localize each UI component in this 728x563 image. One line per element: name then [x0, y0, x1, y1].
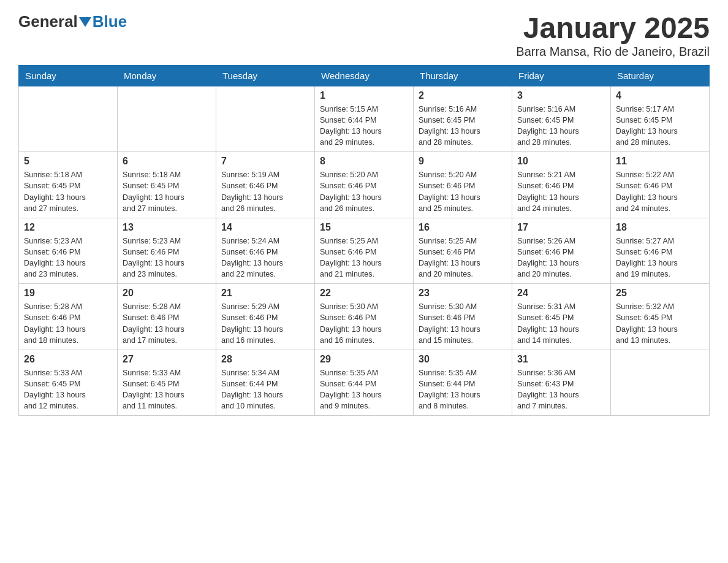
day-info: Sunrise: 5:28 AMSunset: 6:46 PMDaylight:… — [123, 301, 211, 346]
day-info: Sunrise: 5:35 AMSunset: 6:44 PMDaylight:… — [320, 367, 408, 412]
table-row: 11Sunrise: 5:22 AMSunset: 6:46 PMDayligh… — [611, 152, 710, 218]
table-row: 18Sunrise: 5:27 AMSunset: 6:46 PMDayligh… — [611, 218, 710, 284]
day-number: 23 — [419, 288, 507, 299]
day-number: 7 — [221, 156, 309, 167]
logo-triangle-icon — [79, 17, 91, 27]
day-number: 13 — [123, 222, 211, 233]
day-info: Sunrise: 5:18 AMSunset: 6:45 PMDaylight:… — [24, 169, 112, 214]
day-info: Sunrise: 5:20 AMSunset: 6:46 PMDaylight:… — [419, 169, 507, 214]
table-row — [118, 86, 216, 152]
day-number: 16 — [419, 222, 507, 233]
location-title: Barra Mansa, Rio de Janeiro, Brazil — [516, 45, 710, 59]
table-row: 8Sunrise: 5:20 AMSunset: 6:46 PMDaylight… — [315, 152, 414, 218]
day-number: 9 — [419, 156, 507, 167]
day-info: Sunrise: 5:24 AMSunset: 6:46 PMDaylight:… — [221, 236, 309, 280]
table-row — [611, 350, 710, 416]
day-number: 2 — [419, 90, 507, 101]
day-number: 8 — [320, 156, 408, 167]
day-number: 3 — [517, 90, 605, 101]
table-row: 9Sunrise: 5:20 AMSunset: 6:46 PMDaylight… — [414, 152, 512, 218]
header-tuesday: Tuesday — [216, 65, 315, 86]
day-number: 12 — [24, 222, 112, 233]
day-info: Sunrise: 5:22 AMSunset: 6:46 PMDaylight:… — [616, 169, 704, 214]
table-row: 12Sunrise: 5:23 AMSunset: 6:46 PMDayligh… — [19, 218, 118, 284]
table-row: 5Sunrise: 5:18 AMSunset: 6:45 PMDaylight… — [19, 152, 118, 218]
day-info: Sunrise: 5:30 AMSunset: 6:46 PMDaylight:… — [419, 301, 507, 346]
table-row: 22Sunrise: 5:30 AMSunset: 6:46 PMDayligh… — [315, 284, 414, 350]
table-row: 10Sunrise: 5:21 AMSunset: 6:46 PMDayligh… — [512, 152, 611, 218]
day-info: Sunrise: 5:26 AMSunset: 6:46 PMDaylight:… — [517, 236, 605, 280]
day-info: Sunrise: 5:33 AMSunset: 6:45 PMDaylight:… — [123, 367, 211, 412]
day-number: 1 — [320, 90, 408, 101]
logo-general-text: General — [18, 12, 78, 31]
month-title: January 2025 — [516, 12, 710, 45]
day-info: Sunrise: 5:34 AMSunset: 6:44 PMDaylight:… — [221, 367, 309, 412]
table-row: 6Sunrise: 5:18 AMSunset: 6:45 PMDaylight… — [118, 152, 216, 218]
table-row — [19, 86, 118, 152]
table-row: 30Sunrise: 5:35 AMSunset: 6:44 PMDayligh… — [414, 350, 512, 416]
day-info: Sunrise: 5:29 AMSunset: 6:46 PMDaylight:… — [221, 301, 309, 346]
day-info: Sunrise: 5:17 AMSunset: 6:45 PMDaylight:… — [616, 104, 704, 148]
calendar-week-row: 26Sunrise: 5:33 AMSunset: 6:45 PMDayligh… — [19, 350, 710, 416]
day-number: 18 — [616, 222, 704, 233]
logo-blue-text: Blue — [93, 12, 127, 31]
day-number: 30 — [419, 354, 507, 365]
day-number: 6 — [123, 156, 211, 167]
calendar-table: Sunday Monday Tuesday Wednesday Thursday… — [18, 65, 710, 416]
header-saturday: Saturday — [611, 65, 710, 86]
day-number: 28 — [221, 354, 309, 365]
table-row — [216, 86, 315, 152]
table-row: 28Sunrise: 5:34 AMSunset: 6:44 PMDayligh… — [216, 350, 315, 416]
table-row: 23Sunrise: 5:30 AMSunset: 6:46 PMDayligh… — [414, 284, 512, 350]
table-row: 24Sunrise: 5:31 AMSunset: 6:45 PMDayligh… — [512, 284, 611, 350]
day-number: 27 — [123, 354, 211, 365]
day-info: Sunrise: 5:36 AMSunset: 6:43 PMDaylight:… — [517, 367, 605, 412]
day-number: 19 — [24, 288, 112, 299]
title-area: January 2025 Barra Mansa, Rio de Janeiro… — [516, 12, 710, 59]
day-number: 26 — [24, 354, 112, 365]
table-row: 27Sunrise: 5:33 AMSunset: 6:45 PMDayligh… — [118, 350, 216, 416]
calendar-week-row: 1Sunrise: 5:15 AMSunset: 6:44 PMDaylight… — [19, 86, 710, 152]
table-row: 1Sunrise: 5:15 AMSunset: 6:44 PMDaylight… — [315, 86, 414, 152]
header-friday: Friday — [512, 65, 611, 86]
calendar-week-row: 19Sunrise: 5:28 AMSunset: 6:46 PMDayligh… — [19, 284, 710, 350]
table-row: 29Sunrise: 5:35 AMSunset: 6:44 PMDayligh… — [315, 350, 414, 416]
day-number: 17 — [517, 222, 605, 233]
table-row: 15Sunrise: 5:25 AMSunset: 6:46 PMDayligh… — [315, 218, 414, 284]
table-row: 17Sunrise: 5:26 AMSunset: 6:46 PMDayligh… — [512, 218, 611, 284]
day-info: Sunrise: 5:23 AMSunset: 6:46 PMDaylight:… — [24, 236, 112, 280]
day-number: 5 — [24, 156, 112, 167]
day-number: 29 — [320, 354, 408, 365]
weekday-header-row: Sunday Monday Tuesday Wednesday Thursday… — [19, 65, 710, 86]
day-info: Sunrise: 5:16 AMSunset: 6:45 PMDaylight:… — [419, 104, 507, 148]
table-row: 7Sunrise: 5:19 AMSunset: 6:46 PMDaylight… — [216, 152, 315, 218]
day-info: Sunrise: 5:21 AMSunset: 6:46 PMDaylight:… — [517, 169, 605, 214]
day-info: Sunrise: 5:19 AMSunset: 6:46 PMDaylight:… — [221, 169, 309, 214]
day-number: 4 — [616, 90, 704, 101]
day-info: Sunrise: 5:25 AMSunset: 6:46 PMDaylight:… — [419, 236, 507, 280]
calendar-week-row: 5Sunrise: 5:18 AMSunset: 6:45 PMDaylight… — [19, 152, 710, 218]
day-info: Sunrise: 5:35 AMSunset: 6:44 PMDaylight:… — [419, 367, 507, 412]
day-info: Sunrise: 5:20 AMSunset: 6:46 PMDaylight:… — [320, 169, 408, 214]
day-number: 14 — [221, 222, 309, 233]
table-row: 25Sunrise: 5:32 AMSunset: 6:45 PMDayligh… — [611, 284, 710, 350]
table-row: 14Sunrise: 5:24 AMSunset: 6:46 PMDayligh… — [216, 218, 315, 284]
day-number: 25 — [616, 288, 704, 299]
table-row: 16Sunrise: 5:25 AMSunset: 6:46 PMDayligh… — [414, 218, 512, 284]
day-number: 15 — [320, 222, 408, 233]
day-info: Sunrise: 5:15 AMSunset: 6:44 PMDaylight:… — [320, 104, 408, 148]
logo: General Blue — [18, 12, 127, 31]
day-info: Sunrise: 5:31 AMSunset: 6:45 PMDaylight:… — [517, 301, 605, 346]
header-wednesday: Wednesday — [315, 65, 414, 86]
day-info: Sunrise: 5:28 AMSunset: 6:46 PMDaylight:… — [24, 301, 112, 346]
table-row: 2Sunrise: 5:16 AMSunset: 6:45 PMDaylight… — [414, 86, 512, 152]
day-number: 20 — [123, 288, 211, 299]
day-info: Sunrise: 5:33 AMSunset: 6:45 PMDaylight:… — [24, 367, 112, 412]
day-info: Sunrise: 5:27 AMSunset: 6:46 PMDaylight:… — [616, 236, 704, 280]
page-header: General Blue January 2025 Barra Mansa, R… — [18, 12, 710, 59]
day-number: 22 — [320, 288, 408, 299]
table-row: 21Sunrise: 5:29 AMSunset: 6:46 PMDayligh… — [216, 284, 315, 350]
table-row: 3Sunrise: 5:16 AMSunset: 6:45 PMDaylight… — [512, 86, 611, 152]
day-number: 11 — [616, 156, 704, 167]
day-number: 24 — [517, 288, 605, 299]
